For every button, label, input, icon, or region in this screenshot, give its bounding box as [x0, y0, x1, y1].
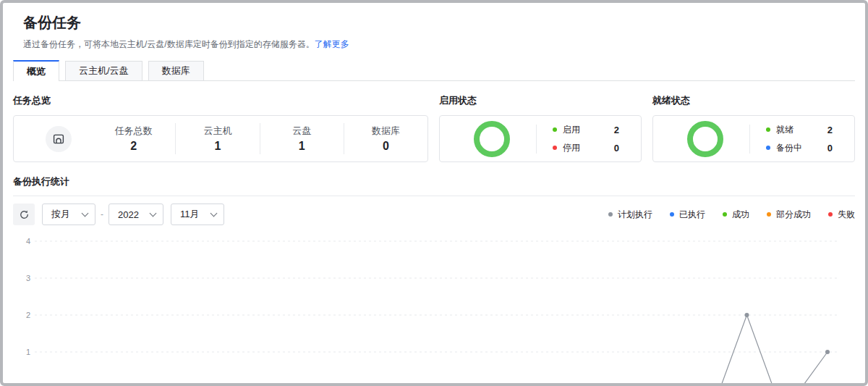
stat-value: 1 [176, 140, 259, 153]
task-overview-title: 任务总览 [13, 94, 428, 107]
status-dot [553, 127, 557, 132]
stat-label: 云盘 [260, 125, 344, 138]
ready-status-card: 就绪 2 备份中 0 [652, 115, 855, 162]
tab-bar: 概览 云主机/云盘 数据库 [13, 60, 855, 81]
legend-item-failed[interactable]: 失败 [828, 209, 855, 221]
legend-item-executed[interactable]: 已执行 [670, 209, 705, 221]
legend-label: 成功 [732, 209, 749, 221]
legend-dot [767, 212, 771, 217]
execution-stats-title: 备份执行统计 [13, 175, 855, 188]
y-tick-label: 2 [26, 311, 30, 319]
legend-dot [828, 212, 833, 217]
legend-row-ready: 就绪 2 [766, 124, 833, 136]
status-label: 就绪 [776, 124, 793, 136]
year-select[interactable]: 2022 [109, 204, 163, 225]
legend-item-success[interactable]: 成功 [723, 209, 749, 221]
legend-item-planned[interactable]: 计划执行 [608, 209, 652, 221]
stat-value: 2 [92, 140, 175, 153]
tab-host-disk[interactable]: 云主机/云盘 [65, 61, 142, 80]
backup-tasks-page: { "page": { "title": "备份任务", "descriptio… [0, 0, 868, 386]
period-select[interactable]: 按月 [42, 204, 95, 225]
task-overview-card: 任务总数 2 云主机 1 云盘 1 数据库 0 [13, 115, 428, 162]
stat-database: 数据库 0 [344, 123, 427, 154]
month-select-value: 11月 [180, 208, 200, 221]
stat-cloud-disk: 云盘 1 [260, 123, 344, 154]
status-value: 2 [827, 125, 833, 135]
legend-label: 计划执行 [618, 209, 652, 221]
chart-legend: 计划执行 已执行 成功 部分成功 失败 [608, 209, 855, 221]
refresh-icon [19, 209, 30, 220]
task-stats: 任务总数 2 云主机 1 云盘 1 数据库 0 [92, 123, 427, 154]
y-tick-label: 3 [26, 274, 30, 282]
series-line-计划执行 [48, 315, 827, 386]
ready-status-section: 就绪状态 就绪 2 备份中 0 [652, 94, 855, 162]
page-description-text: 通过备份任务，可将本地云主机/云盘/数据库定时备份到指定的存储服务器。 [23, 39, 315, 49]
execution-stats-section: 备份执行统计 按月 - 2022 11月 [13, 175, 855, 386]
chevron-down-icon [82, 209, 89, 217]
legend-label: 已执行 [679, 209, 705, 221]
tab-overview[interactable]: 概览 [13, 60, 59, 81]
chevron-down-icon [210, 209, 217, 217]
status-label: 启用 [563, 124, 580, 136]
stat-label: 任务总数 [92, 125, 175, 138]
stat-value: 0 [344, 140, 427, 153]
ready-status-title: 就绪状态 [652, 94, 855, 107]
enable-status-legend: 启用 2 停用 0 [537, 124, 641, 154]
enable-status-donut [474, 121, 510, 157]
filter-separator: - [101, 209, 103, 219]
legend-row-enabled: 启用 2 [553, 124, 619, 136]
period-select-value: 按月 [51, 208, 70, 221]
legend-dot [670, 212, 674, 217]
tab-database[interactable]: 数据库 [148, 61, 204, 80]
stat-label: 云主机 [176, 125, 259, 138]
status-value: 2 [614, 125, 619, 135]
page-container: 备份任务 通过备份任务，可将本地云主机/云盘/数据库定时备份到指定的存储服务器。… [3, 3, 865, 386]
chevron-down-icon [149, 209, 156, 217]
legend-row-disabled: 停用 0 [553, 142, 619, 154]
y-tick-label: 4 [26, 237, 30, 246]
page-title: 备份任务 [23, 13, 855, 33]
refresh-button[interactable] [13, 204, 35, 225]
enable-status-section: 启用状态 启用 2 停用 0 [439, 94, 642, 162]
status-dot [766, 127, 770, 132]
enable-status-card: 启用 2 停用 0 [439, 115, 642, 162]
chart-controls: 按月 - 2022 11月 计划执行 已执行 [13, 204, 855, 225]
series-point-计划执行 [744, 313, 749, 317]
status-value: 0 [614, 143, 619, 154]
ready-status-legend: 就绪 2 备份中 0 [750, 124, 854, 154]
status-dot [766, 146, 770, 150]
legend-row-backing-up: 备份中 0 [766, 142, 833, 154]
status-label: 备份中 [776, 142, 802, 154]
stat-cloud-host: 云主机 1 [175, 123, 259, 154]
month-select[interactable]: 11月 [171, 204, 224, 225]
legend-label: 失败 [838, 209, 855, 221]
stat-label: 数据库 [344, 125, 427, 138]
legend-dot [723, 212, 727, 217]
execution-chart-area: 0123411-0111-0311-0511-0711-0911-1111-13… [13, 235, 855, 386]
series-point-计划执行 [825, 350, 830, 354]
status-label: 停用 [563, 142, 580, 154]
page-description: 通过备份任务，可将本地云主机/云盘/数据库定时备份到指定的存储服务器。了解更多 [23, 38, 855, 51]
learn-more-link[interactable]: 了解更多 [315, 39, 349, 49]
task-overview-section: 任务总览 任务总数 2 云主机 1 [13, 94, 428, 162]
stat-value: 1 [260, 140, 344, 153]
legend-dot [608, 212, 613, 217]
y-tick-label: 1 [26, 348, 30, 356]
enable-status-title: 启用状态 [439, 94, 642, 107]
legend-item-partial-success[interactable]: 部分成功 [767, 209, 811, 221]
status-dot [553, 146, 557, 150]
backup-box-icon [46, 126, 72, 152]
section-divider [13, 196, 855, 196]
status-value: 0 [827, 143, 833, 154]
legend-label: 部分成功 [776, 209, 811, 221]
ready-status-donut [687, 121, 723, 157]
summary-row: 任务总览 任务总数 2 云主机 1 [13, 94, 855, 162]
stat-total-tasks: 任务总数 2 [92, 123, 175, 154]
year-select-value: 2022 [118, 209, 139, 220]
execution-line-chart: 0123411-0111-0311-0511-0711-0911-1111-13… [13, 235, 861, 386]
